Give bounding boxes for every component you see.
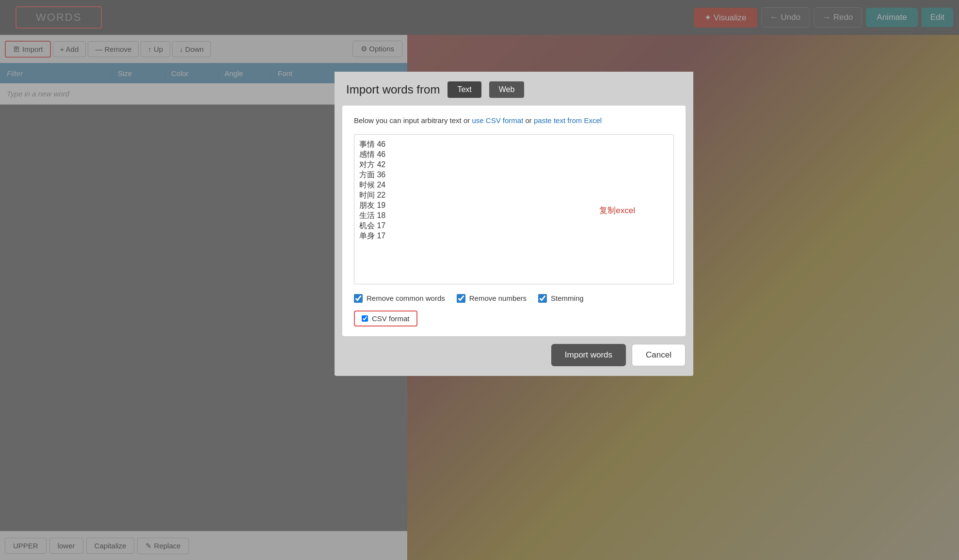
remove-numbers-checkbox[interactable]: Remove numbers — [457, 294, 527, 303]
textarea-container: 复制excel — [354, 134, 674, 286]
description-mid: or — [526, 116, 534, 124]
stemming-input[interactable] — [538, 294, 547, 303]
stemming-checkbox[interactable]: Stemming — [538, 294, 584, 303]
modal-body: Below you can input arbitrary text or us… — [342, 106, 686, 336]
modal-description: Below you can input arbitrary text or us… — [354, 115, 674, 126]
words-textarea[interactable] — [354, 134, 674, 284]
remove-numbers-input[interactable] — [457, 294, 465, 303]
remove-numbers-label: Remove numbers — [469, 294, 527, 302]
remove-common-words-checkbox[interactable]: Remove common words — [354, 294, 445, 303]
csv-format-link[interactable]: use CSV format — [472, 116, 523, 124]
checkboxes-row: Remove common words Remove numbers Stemm… — [354, 294, 674, 303]
csv-format-label: CSV format — [372, 314, 410, 323]
stemming-label: Stemming — [551, 294, 584, 302]
tab-text[interactable]: Text — [448, 81, 481, 98]
remove-common-words-input[interactable] — [354, 294, 363, 303]
paste-excel-link[interactable]: paste text from Excel — [534, 116, 602, 124]
modal-title: Import words from — [346, 83, 440, 96]
description-prefix: Below you can input arbitrary text or — [354, 116, 472, 124]
remove-common-words-label: Remove common words — [367, 294, 445, 302]
import-words-modal: Import words from Text Web Below you can… — [335, 72, 693, 376]
modal-footer: Import words Cancel — [335, 336, 693, 366]
tab-web[interactable]: Web — [489, 81, 525, 98]
csv-format-input[interactable] — [362, 315, 368, 322]
csv-row: CSV format — [354, 311, 674, 327]
modal-header: Import words from Text Web — [335, 72, 693, 106]
cancel-button[interactable]: Cancel — [632, 344, 686, 366]
import-words-button[interactable]: Import words — [551, 344, 626, 366]
csv-format-checkbox[interactable]: CSV format — [354, 311, 417, 327]
